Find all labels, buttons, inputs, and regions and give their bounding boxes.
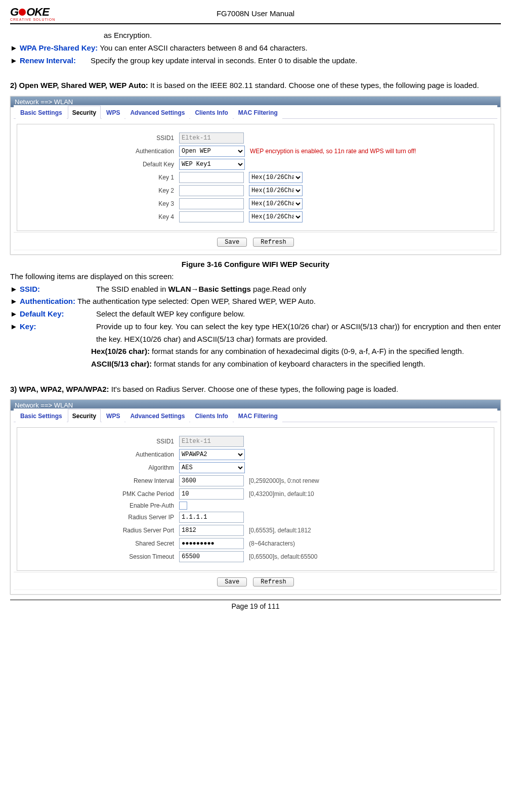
renew-text: Specify the group key update interval in…: [91, 55, 501, 67]
header-rule: [10, 23, 501, 24]
ssid1-label: SSID1: [17, 438, 179, 445]
desc-defkey-text: Select the default WEP key configure bel…: [96, 308, 501, 321]
tab-clients-info[interactable]: Clients Info: [190, 106, 232, 119]
figure1-caption: Figure 3-16 Configure WIFI WEP Security: [10, 260, 501, 268]
page-header: GOKE CREATIVE SOLUTION FG7008N User Manu…: [10, 4, 501, 22]
key1-label: Key 1: [17, 174, 179, 181]
wpa-psk-text: You can enter ASCII characters between 8…: [98, 43, 307, 52]
desc-defkey: ► Default Key: Select the default WEP ke…: [10, 308, 501, 321]
tab-advanced-settings[interactable]: Advanced Settings: [125, 409, 189, 422]
desc-ssid: ► SSID: The SSID enabled in WLAN→Basic S…: [10, 283, 501, 296]
key4-input[interactable]: [179, 211, 244, 222]
auth-label: Authentication: [17, 451, 179, 458]
renew-line: ► Renew Interval: Specify the group key …: [10, 55, 501, 67]
save-button[interactable]: Save: [217, 238, 247, 247]
page-number: Page 19 of 111: [10, 602, 501, 610]
algorithm-label: Algorithm: [17, 464, 179, 471]
desc-hex-text: format stands for any combination of hex…: [150, 347, 464, 355]
encryption-tail: as Encryption.: [10, 29, 501, 42]
shared-secret-label: Shared Secret: [17, 540, 179, 547]
section-3-bold: 3) WPA, WPA2, WPA/WPA2:: [10, 385, 109, 393]
wpa-psk-line: ► WPA Pre-Shared Key: You can enter ASCI…: [10, 42, 501, 55]
desc-ascii-label: ASCII(5/13 char):: [91, 359, 152, 368]
radius-port-input[interactable]: [179, 525, 244, 536]
key4-format-select[interactable]: Hex(10/26Char): [249, 211, 303, 222]
radius-port-hint: [0,65535], default:1812: [249, 527, 311, 534]
radius-port-label: Radius Server Port: [17, 527, 179, 534]
preauth-checkbox[interactable]: [179, 502, 187, 510]
pmk-hint: [0,43200]min, default:10: [249, 490, 314, 498]
session-timeout-label: Session Timeout: [17, 553, 179, 560]
key2-label: Key 2: [17, 187, 179, 194]
desc-ascii-text: format stands for any combination of key…: [152, 359, 425, 368]
session-timeout-input[interactable]: [179, 551, 244, 562]
key4-label: Key 4: [17, 213, 179, 220]
desc-key-label: Key:: [20, 322, 36, 331]
pmk-cache-input[interactable]: [179, 488, 244, 500]
renew-interval-input[interactable]: [179, 475, 244, 486]
section-2-text: It is based on the IEEE 802.11 standard.…: [148, 81, 479, 89]
key1-input[interactable]: [179, 172, 244, 183]
desc-key: ► Key: Provide up to four key. You can s…: [10, 321, 501, 346]
wpa-psk-label: WPA Pre-Shared Key:: [20, 43, 98, 52]
key3-label: Key 3: [17, 200, 179, 207]
section-2-heading: 2) Open WEP, Shared WEP, WEP Auto: It is…: [10, 79, 501, 92]
ssid1-input: [179, 132, 244, 144]
desc-ssid-label: SSID:: [20, 285, 40, 293]
desc-lead: The following items are displayed on thi…: [10, 270, 501, 283]
default-key-select[interactable]: WEP Key1: [179, 159, 245, 170]
wep-description: The following items are displayed on thi…: [10, 270, 501, 396]
tab-security[interactable]: Security: [68, 409, 101, 422]
desc-auth: ► Authentication: The authentication typ…: [10, 295, 501, 308]
secret-hint: (8~64characters): [249, 540, 295, 547]
figure2-tabs: Basic Settings Security WPS Advanced Set…: [14, 409, 497, 422]
preauth-label: Enable Pre-Auth: [17, 502, 179, 509]
tab-advanced-settings[interactable]: Advanced Settings: [125, 106, 189, 119]
pmk-cache-label: PMK Cache Period: [17, 490, 179, 498]
key3-input[interactable]: [179, 198, 244, 209]
tab-mac-filtering[interactable]: MAC Filtering: [234, 106, 282, 119]
radius-ip-label: Radius Server IP: [17, 514, 179, 521]
auth-select[interactable]: WPAWPA2: [179, 449, 245, 460]
desc-key-text: Provide up to four key. You can select t…: [96, 321, 501, 346]
ssid1-label: SSID1: [17, 134, 179, 142]
key3-format-select[interactable]: Hex(10/26Char): [249, 198, 303, 209]
radius-ip-input[interactable]: [179, 512, 244, 523]
desc-hex-label: Hex(10/26 char):: [91, 347, 150, 355]
auth-warning: WEP encryption is enabled, so 11n rate a…: [250, 148, 416, 155]
auth-label: Authentication: [17, 148, 179, 155]
figure-wep-security: Network ==> WLAN Basic Settings Security…: [10, 96, 501, 255]
desc-auth-text: The authentication type selected: Open W…: [75, 297, 316, 305]
auth-select[interactable]: Open WEP: [179, 146, 245, 157]
default-key-label: Default Key: [17, 161, 179, 168]
body-text: as Encryption. ► WPA Pre-Shared Key: You…: [10, 29, 501, 92]
ssid1-input: [179, 436, 244, 447]
renew-hint: [0,2592000]s, 0:not renew: [249, 477, 319, 484]
save-button[interactable]: Save: [217, 577, 247, 587]
key2-format-select[interactable]: Hex(10/26Char): [249, 185, 303, 196]
tab-wps[interactable]: WPS: [102, 106, 124, 119]
tab-basic-settings[interactable]: Basic Settings: [16, 409, 67, 422]
tab-security[interactable]: Security: [68, 106, 101, 119]
section-3-text: It's based on Radius Server. Choose one …: [109, 385, 399, 393]
tab-mac-filtering[interactable]: MAC Filtering: [234, 409, 282, 422]
doc-title: FG7008N User Manual: [10, 9, 501, 18]
section-2-bold: 2) Open WEP, Shared WEP, WEP Auto:: [10, 81, 148, 89]
tab-basic-settings[interactable]: Basic Settings: [16, 106, 67, 119]
figure-wpa-radius: Network ==> WLAN Basic Settings Security…: [10, 399, 501, 595]
desc-ascii: ASCII(5/13 char): format stands for any …: [10, 358, 501, 371]
algorithm-select[interactable]: AES: [179, 462, 245, 473]
renew-label: Renew Interval:: [20, 56, 76, 65]
shared-secret-input[interactable]: [179, 538, 244, 549]
refresh-button[interactable]: Refresh: [253, 238, 293, 247]
refresh-button[interactable]: Refresh: [253, 577, 293, 587]
renew-interval-label: Renew Interval: [17, 477, 179, 484]
desc-auth-label: Authentication:: [20, 297, 75, 305]
logo-subtitle: CREATIVE SOLUTION: [10, 18, 55, 21]
key1-format-select[interactable]: Hex(10/26Char): [249, 172, 303, 183]
tab-clients-info[interactable]: Clients Info: [190, 409, 232, 422]
footer-rule: [10, 600, 501, 600]
desc-hex: Hex(10/26 char): format stands for any c…: [10, 345, 501, 358]
key2-input[interactable]: [179, 185, 244, 196]
tab-wps[interactable]: WPS: [102, 409, 124, 422]
